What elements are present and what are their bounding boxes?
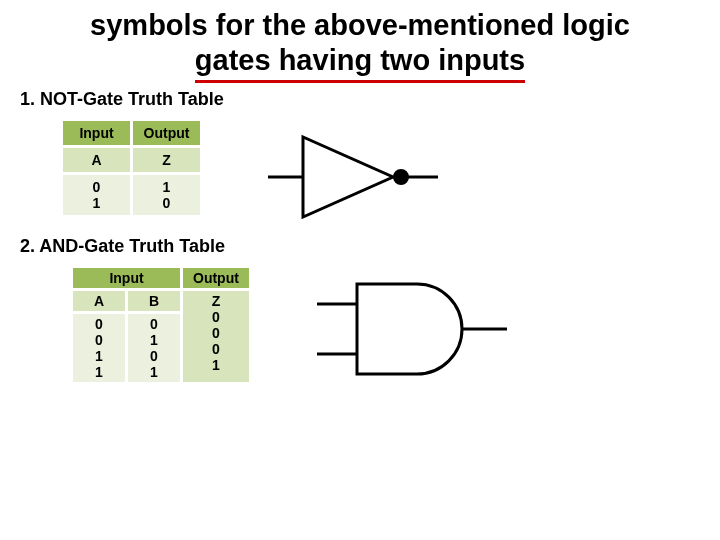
and-table-cell-b: 0 1 0 1 xyxy=(127,312,182,383)
not-table-header-output: Output xyxy=(132,119,202,146)
and-table-cell-z: Z 0 0 0 1 xyxy=(182,289,251,383)
not-gate-symbol-icon xyxy=(263,122,443,232)
and-table-sub-a: A xyxy=(72,289,127,312)
not-table-cell-z: 1 0 xyxy=(132,173,202,216)
svg-point-2 xyxy=(394,170,408,184)
and-table-cell-a: 0 0 1 1 xyxy=(72,312,127,383)
not-table-header-input: Input xyxy=(62,119,132,146)
not-gate-heading: 1. NOT-Gate Truth Table xyxy=(20,89,700,110)
and-gate-truth-table: Input Output A B Z 0 0 0 1 0 0 1 xyxy=(70,265,252,385)
svg-marker-1 xyxy=(303,137,393,217)
not-gate-block: Input Output A Z 0 1 1 0 xyxy=(20,118,700,232)
and-gate-heading: 2. AND-Gate Truth Table xyxy=(20,236,700,257)
and-table-header-output: Output xyxy=(182,266,251,289)
title-line-2: gates having two inputs xyxy=(195,43,525,83)
not-table-cell-a: 0 1 xyxy=(62,173,132,216)
not-gate-truth-table: Input Output A Z 0 1 1 0 xyxy=(60,118,203,218)
not-table-sub-z: Z xyxy=(132,146,202,173)
and-table-header-input: Input xyxy=(72,266,182,289)
not-table-sub-a: A xyxy=(62,146,132,173)
and-gate-block: Input Output A B Z 0 0 0 1 0 0 1 xyxy=(20,265,700,389)
and-table-sub-b: B xyxy=(127,289,182,312)
title-line-1: symbols for the above-mentioned logic xyxy=(90,9,630,41)
page-title: symbols for the above-mentioned logic ga… xyxy=(20,8,700,83)
and-gate-symbol-icon xyxy=(312,269,512,389)
